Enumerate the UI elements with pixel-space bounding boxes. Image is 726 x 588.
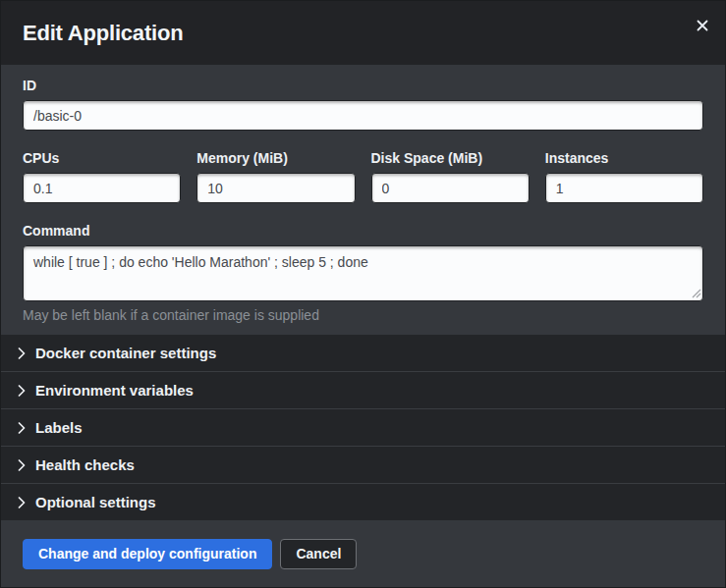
disk-input[interactable] (371, 173, 530, 203)
chevron-right-icon (18, 459, 27, 471)
modal-body: ID CPUs Memory (MiB) Disk Space (MiB) In… (1, 65, 725, 335)
section-label: Labels (35, 419, 83, 436)
id-input[interactable] (23, 100, 703, 131)
chevron-right-icon (18, 422, 27, 434)
memory-field-group: Memory (MiB) (196, 150, 355, 203)
close-icon-glyph (697, 20, 708, 31)
chevron-right-icon (18, 385, 27, 397)
section-label: Docker container settings (35, 345, 216, 361)
section-environment-variables[interactable]: Environment variables (1, 371, 725, 408)
disk-field-group: Disk Space (MiB) (371, 150, 530, 203)
section-labels[interactable]: Labels (1, 408, 725, 446)
section-optional-settings[interactable]: Optional settings (1, 483, 725, 520)
instances-label: Instances (545, 150, 703, 166)
modal-footer: Change and deploy configuration Cancel (1, 520, 725, 587)
instances-field-group: Instances (545, 150, 703, 203)
modal-title: Edit Application (23, 21, 183, 46)
edit-application-modal: Edit Application ID CPUs Memory (MiB) Di… (0, 0, 726, 588)
chevron-right-icon (18, 347, 27, 359)
change-and-deploy-button[interactable]: Change and deploy configuration (23, 539, 272, 569)
section-label: Optional settings (35, 494, 156, 510)
section-docker-container-settings[interactable]: Docker container settings (1, 335, 725, 371)
cpus-label: CPUs (23, 150, 181, 166)
memory-label: Memory (MiB) (196, 150, 355, 166)
id-field-group: ID (23, 78, 703, 131)
section-label: Environment variables (35, 382, 194, 399)
cpus-input[interactable] (23, 173, 181, 203)
instances-input[interactable] (545, 173, 703, 203)
chevron-right-icon (18, 497, 27, 508)
close-icon[interactable] (694, 17, 711, 34)
command-label: Command (23, 223, 703, 239)
cancel-button[interactable]: Cancel (280, 539, 357, 569)
modal-header: Edit Application (1, 1, 725, 65)
memory-input[interactable] (196, 173, 355, 203)
disk-label: Disk Space (MiB) (371, 150, 530, 166)
resources-row: CPUs Memory (MiB) Disk Space (MiB) Insta… (23, 150, 703, 203)
section-health-checks[interactable]: Health checks (1, 446, 725, 483)
id-label: ID (23, 78, 703, 93)
command-textarea[interactable]: while [ true ] ; do echo 'Hello Marathon… (23, 245, 703, 301)
cpus-field-group: CPUs (23, 150, 181, 203)
command-help-text: May be left blank if a container image i… (23, 308, 703, 323)
command-textarea-wrap: while [ true ] ; do echo 'Hello Marathon… (23, 245, 703, 301)
accordion-sections: Docker container settings Environment va… (1, 335, 725, 520)
section-label: Health checks (35, 456, 135, 473)
command-field-group: Command while [ true ] ; do echo 'Hello … (23, 223, 703, 323)
